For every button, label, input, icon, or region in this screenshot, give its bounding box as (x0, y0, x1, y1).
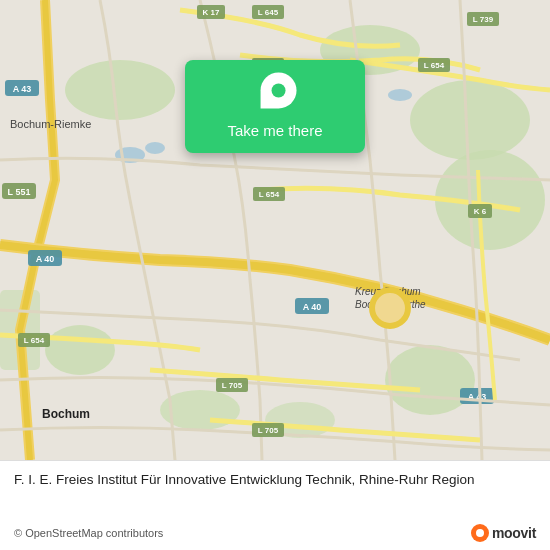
moovit-logo: moovit (471, 524, 536, 542)
moovit-dot-icon (471, 524, 489, 542)
location-card: Take me there (185, 60, 365, 153)
info-footer: © OpenStreetMap contributors moovit (14, 524, 536, 542)
info-bar: F. I. E. Freies Institut Für Innovative … (0, 460, 550, 550)
svg-text:L 705: L 705 (258, 426, 279, 435)
app-container: A 40 A 43 A 43 L 551 A 40 (0, 0, 550, 550)
svg-text:Bochum: Bochum (42, 407, 90, 421)
svg-text:A 40: A 40 (36, 254, 55, 264)
take-me-there-button[interactable]: Take me there (223, 120, 326, 141)
map-area: A 40 A 43 A 43 L 551 A 40 (0, 0, 550, 460)
svg-point-5 (385, 345, 475, 415)
svg-point-1 (65, 60, 175, 120)
svg-text:L 705: L 705 (222, 381, 243, 390)
svg-text:L 739: L 739 (473, 15, 494, 24)
svg-text:Bochum-Riemke: Bochum-Riemke (10, 118, 91, 130)
svg-text:L 645: L 645 (258, 8, 279, 17)
svg-text:A 43: A 43 (13, 84, 32, 94)
location-name: F. I. E. Freies Institut Für Innovative … (14, 471, 536, 490)
svg-text:L 654: L 654 (24, 336, 45, 345)
osm-credit: © OpenStreetMap contributors (14, 527, 163, 539)
svg-text:L 551: L 551 (8, 187, 31, 197)
svg-point-3 (410, 80, 530, 160)
svg-text:K 6: K 6 (474, 207, 487, 216)
svg-text:K 17: K 17 (203, 8, 220, 17)
map-pin (250, 69, 301, 120)
svg-point-47 (372, 290, 408, 326)
svg-text:A 40: A 40 (303, 302, 322, 312)
moovit-dot-inner (476, 529, 484, 537)
svg-point-11 (145, 142, 165, 154)
pin-icon (261, 72, 297, 108)
svg-point-6 (45, 325, 115, 375)
svg-point-12 (388, 89, 412, 101)
moovit-text: moovit (492, 525, 536, 541)
svg-text:L 654: L 654 (259, 190, 280, 199)
svg-text:L 654: L 654 (424, 61, 445, 70)
